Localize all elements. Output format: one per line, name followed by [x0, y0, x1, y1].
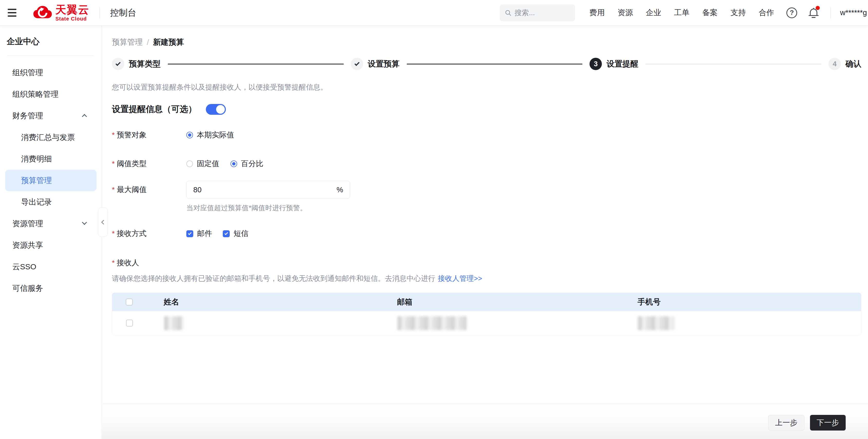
global-search[interactable]	[500, 5, 575, 21]
brand-subtitle: State Cloud	[56, 16, 89, 21]
sidebar-collapse-handle[interactable]	[98, 207, 108, 237]
nav-item-fees[interactable]: 费用	[589, 7, 605, 18]
breadcrumb: 预算管理 / 新建预算	[112, 37, 861, 48]
user-account[interactable]: w******g	[840, 8, 868, 17]
breadcrumb-budget-management[interactable]: 预算管理	[112, 37, 143, 48]
sidebar-item-export-records[interactable]: 导出记录	[0, 191, 102, 213]
max-threshold-field: %	[186, 181, 350, 199]
required-marker: *	[112, 259, 115, 267]
breadcrumb-separator: /	[147, 38, 149, 47]
max-threshold-label: 最大阈值	[117, 185, 147, 194]
radio-fixed-value[interactable]: 固定值	[186, 159, 219, 169]
sidebar-title: 企业中心	[7, 36, 102, 47]
cloud-logo-icon	[33, 5, 52, 20]
table-row	[112, 311, 861, 335]
nav-item-support[interactable]: 支持	[731, 7, 746, 18]
header-nav: 费用 资源 企业 工单 备案 支持 合作	[589, 7, 774, 18]
max-threshold-row: *最大阈值 %	[112, 181, 861, 199]
recipient-table: 姓名 邮箱 手机号	[112, 293, 861, 335]
recipient-row-label: *接收人	[112, 258, 861, 268]
percent-unit: %	[337, 185, 343, 194]
step-confirm: 4 确认	[829, 58, 861, 70]
next-step-button[interactable]: 下一步	[810, 415, 846, 431]
max-threshold-input[interactable]	[193, 185, 337, 194]
required-marker: *	[112, 131, 115, 139]
column-header-email: 邮箱	[380, 297, 620, 307]
receive-method-label: 接收方式	[117, 229, 147, 237]
recipient-management-link[interactable]: 接收人管理>>	[438, 274, 482, 283]
step-number: 4	[829, 58, 841, 70]
step-check-icon	[112, 58, 124, 70]
checkbox-sms[interactable]: 短信	[223, 229, 248, 239]
top-header: 天翼云 State Cloud 控制台 费用 资源 企业 工单 备案 支持 合作…	[0, 0, 868, 26]
required-marker: *	[112, 230, 115, 237]
hamburger-menu-icon[interactable]	[8, 8, 18, 18]
nav-item-cooperation[interactable]: 合作	[759, 7, 774, 18]
chevron-up-icon	[82, 114, 87, 119]
sidebar-item-consumption-detail[interactable]: 消费明细	[0, 148, 102, 170]
previous-step-button[interactable]: 上一步	[768, 415, 804, 431]
main-content: 预算管理 / 新建预算 预算类型 设置预算 3 设置提醒	[102, 26, 868, 439]
sidebar-item-consumption-summary[interactable]: 消费汇总与发票	[0, 126, 102, 148]
select-all-checkbox[interactable]	[126, 299, 133, 305]
column-header-phone: 手机号	[620, 297, 861, 307]
sidebar-item-resource-management[interactable]: 资源管理	[0, 213, 102, 234]
notification-dot	[816, 6, 820, 10]
console-title: 控制台	[110, 7, 136, 19]
required-marker: *	[112, 185, 115, 194]
table-header: 姓名 邮箱 手机号	[112, 293, 861, 311]
sidebar-item-resource-sharing[interactable]: 资源共享	[0, 234, 102, 256]
header-divider	[831, 7, 831, 19]
step-set-budget: 设置预算	[351, 58, 400, 70]
reminder-toggle[interactable]	[206, 104, 226, 115]
page-description: 您可以设置预算提醒条件以及提醒接收人，以便接受预警提醒信息。	[112, 82, 861, 92]
search-icon	[505, 9, 512, 17]
threshold-hint: 当对应值超过预算值*阈值时进行预警。	[186, 203, 861, 212]
redacted-name	[164, 316, 184, 330]
step-budget-type: 预算类型	[112, 58, 161, 70]
step-check-icon	[351, 58, 363, 70]
radio-percentage[interactable]: 百分比	[230, 159, 263, 169]
nav-item-enterprise[interactable]: 企业	[646, 7, 661, 18]
chevron-down-icon	[82, 220, 87, 225]
checkbox-email[interactable]: 邮件	[186, 229, 212, 239]
sidebar-item-cloud-sso[interactable]: 云SSO	[0, 256, 102, 277]
required-marker: *	[112, 160, 115, 168]
checkbox-checked-icon	[186, 230, 193, 237]
sidebar-divider	[7, 55, 94, 56]
search-input[interactable]	[515, 9, 570, 17]
sidebar-item-finance[interactable]: 财务管理	[0, 105, 102, 126]
step-connector	[646, 64, 821, 64]
alert-target-label: 预警对象	[117, 131, 147, 139]
recipient-note: 请确保您选择的接收人拥有已验证的邮箱和手机号，以避免无法收到通知邮件和短信。去消…	[112, 274, 861, 284]
receive-method-row: *接收方式 邮件 短信	[112, 229, 861, 239]
radio-selected-icon	[186, 132, 193, 138]
redacted-phone	[638, 316, 674, 330]
threshold-type-row: *阈值类型 固定值 百分比	[112, 159, 861, 169]
notification-bell-icon[interactable]	[808, 7, 819, 19]
section-title: 设置提醒信息（可选）	[112, 104, 196, 115]
sidebar: 企业中心 组织管理 组织策略管理 财务管理 消费汇总与发票 消费明细 预算管理 …	[0, 26, 102, 439]
step-connector	[407, 64, 583, 64]
radio-unselected-icon	[186, 160, 193, 167]
nav-item-tickets[interactable]: 工单	[674, 7, 689, 18]
sidebar-item-org-policy[interactable]: 组织策略管理	[0, 83, 102, 105]
sidebar-item-trusted-services[interactable]: 可信服务	[0, 277, 102, 299]
step-connector	[168, 64, 344, 64]
row-checkbox[interactable]	[126, 320, 133, 327]
column-header-name: 姓名	[146, 297, 380, 307]
breadcrumb-new-budget: 新建预算	[153, 37, 184, 48]
radio-actual-value[interactable]: 本期实际值	[186, 130, 234, 140]
nav-item-filing[interactable]: 备案	[702, 7, 718, 18]
threshold-type-label: 阈值类型	[117, 159, 147, 168]
nav-item-resources[interactable]: 资源	[618, 7, 633, 18]
sidebar-item-org-management[interactable]: 组织管理	[0, 62, 102, 83]
step-number: 3	[590, 58, 602, 70]
radio-selected-icon	[230, 160, 237, 167]
brand-logo[interactable]: 天翼云 State Cloud	[33, 4, 89, 21]
checkbox-checked-icon	[223, 230, 230, 237]
alert-target-row: *预警对象 本期实际值	[112, 130, 861, 140]
chevron-left-icon	[101, 220, 106, 224]
help-icon[interactable]: ?	[786, 7, 797, 18]
sidebar-item-budget-management[interactable]: 预算管理	[5, 170, 96, 191]
